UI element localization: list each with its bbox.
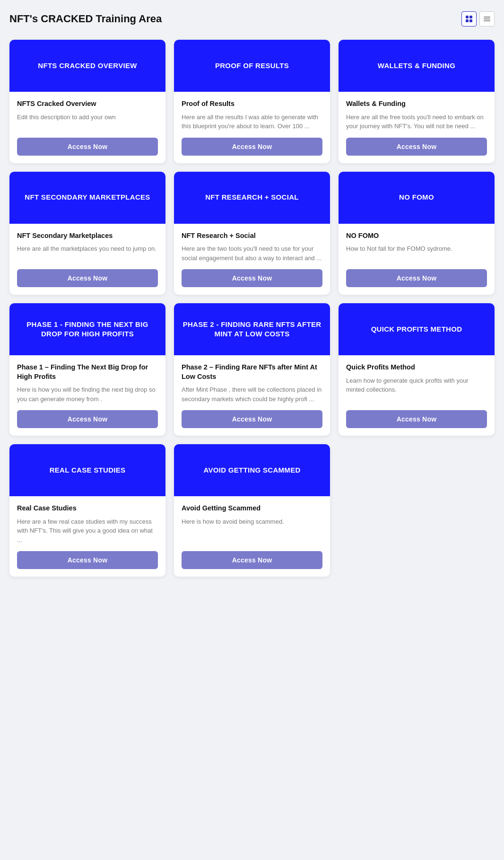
card-title-nfts-cracked-overview: NFTS Cracked Overview <box>17 99 158 109</box>
access-now-button-real-case-studies[interactable]: Access Now <box>17 551 158 569</box>
card-banner-nft-research-social: NFT RESEARCH + SOCIAL <box>174 172 330 224</box>
svg-rect-1 <box>469 16 472 18</box>
card-body-nfts-cracked-overview: NFTS Cracked Overview Edit this descript… <box>9 92 165 131</box>
access-now-button-avoid-getting-scammed[interactable]: Access Now <box>182 551 322 569</box>
access-now-button-no-fomo[interactable]: Access Now <box>346 269 487 287</box>
card-footer-nft-research-social: Access Now <box>174 263 330 295</box>
svg-rect-3 <box>469 19 472 22</box>
cards-grid: NFTS CRACKED OVERVIEW NFTS Cracked Overv… <box>9 40 495 577</box>
card-proof-of-results: PROOF OF RESULTS Proof of Results Here a… <box>174 40 330 163</box>
card-banner-quick-profits-method: QUICK PROFITS METHOD <box>339 303 495 355</box>
card-body-no-fomo: NO FOMO How to Not fall for the FOMO syd… <box>339 224 495 263</box>
card-title-no-fomo: NO FOMO <box>346 231 487 241</box>
card-body-nft-research-social: NFT Research + Social Here are the two t… <box>174 224 330 263</box>
card-nfts-cracked-overview: NFTS CRACKED OVERVIEW NFTS Cracked Overv… <box>9 40 165 163</box>
card-nft-research-social: NFT RESEARCH + SOCIAL NFT Research + Soc… <box>174 172 330 295</box>
svg-rect-4 <box>484 17 490 18</box>
card-footer-nft-secondary-marketplaces: Access Now <box>9 263 165 295</box>
access-now-button-quick-profits-method[interactable]: Access Now <box>346 410 487 428</box>
card-footer-wallets-funding: Access Now <box>339 131 495 163</box>
card-banner-phase-1: PHASE 1 - FINDING THE NEXT BIG DROP FOR … <box>9 303 165 355</box>
card-title-quick-profits-method: Quick Profits Method <box>346 363 487 372</box>
card-footer-phase-2: Access Now <box>174 404 330 436</box>
svg-rect-2 <box>466 19 469 22</box>
card-title-nft-secondary-marketplaces: NFT Secondary Marketplaces <box>17 231 158 241</box>
card-title-wallets-funding: Wallets & Funding <box>346 99 487 109</box>
access-now-button-nft-research-social[interactable]: Access Now <box>182 269 322 287</box>
header: NFT's CRACKED Training Area <box>9 11 495 26</box>
card-body-phase-2: Phase 2 – Finding Rare NFTs after Mint A… <box>174 355 330 404</box>
card-banner-proof-of-results: PROOF OF RESULTS <box>174 40 330 92</box>
card-desc-nft-research-social: Here are the two tools you'll need to us… <box>182 244 322 263</box>
card-banner-nft-secondary-marketplaces: NFT SECONDARY MARKETPLACES <box>9 172 165 224</box>
card-desc-no-fomo: How to Not fall for the FOMO sydrome. <box>346 244 487 254</box>
card-body-phase-1: Phase 1 – Finding The Next Big Drop for … <box>9 355 165 404</box>
card-no-fomo: NO FOMO NO FOMO How to Not fall for the … <box>339 172 495 295</box>
card-desc-nfts-cracked-overview: Edit this description to add your own <box>17 113 158 122</box>
card-banner-real-case-studies: REAL CASE STUDIES <box>9 444 165 496</box>
card-desc-avoid-getting-scammed: Here is how to avoid being scammed. <box>182 517 322 527</box>
card-title-real-case-studies: Real Case Studies <box>17 504 158 513</box>
card-body-nft-secondary-marketplaces: NFT Secondary Marketplaces Here are all … <box>9 224 165 263</box>
card-body-wallets-funding: Wallets & Funding Here are all the free … <box>339 92 495 131</box>
view-toggle <box>461 11 495 26</box>
access-now-button-proof-of-results[interactable]: Access Now <box>182 138 322 156</box>
access-now-button-phase-1[interactable]: Access Now <box>17 410 158 428</box>
card-footer-real-case-studies: Access Now <box>9 544 165 577</box>
card-desc-phase-2: After Mint Phase , there will be collect… <box>182 385 322 404</box>
card-footer-avoid-getting-scammed: Access Now <box>174 544 330 577</box>
card-title-avoid-getting-scammed: Avoid Getting Scammed <box>182 504 322 513</box>
access-now-button-nft-secondary-marketplaces[interactable]: Access Now <box>17 269 158 287</box>
card-title-proof-of-results: Proof of Results <box>182 99 322 109</box>
card-body-real-case-studies: Real Case Studies Here are a few real ca… <box>9 496 165 544</box>
card-body-avoid-getting-scammed: Avoid Getting Scammed Here is how to avo… <box>174 496 330 544</box>
page-wrapper: NFT's CRACKED Training Area NFTS <box>0 0 504 596</box>
page-title: NFT's CRACKED Training Area <box>9 13 162 25</box>
card-desc-phase-1: Here is how you will be finding the next… <box>17 385 158 404</box>
list-view-button[interactable] <box>479 11 495 26</box>
card-title-phase-2: Phase 2 – Finding Rare NFTs after Mint A… <box>182 363 322 381</box>
grid-view-button[interactable] <box>461 11 477 26</box>
card-avoid-getting-scammed: AVOID GETTING SCAMMED Avoid Getting Scam… <box>174 444 330 577</box>
card-desc-wallets-funding: Here are all the free tools you'll need … <box>346 113 487 131</box>
card-wallets-funding: WALLETS & FUNDING Wallets & Funding Here… <box>339 40 495 163</box>
card-real-case-studies: REAL CASE STUDIES Real Case Studies Here… <box>9 444 165 577</box>
grid-icon <box>465 15 473 23</box>
card-desc-quick-profits-method: Learn how to generate quick profits with… <box>346 376 487 395</box>
card-title-phase-1: Phase 1 – Finding The Next Big Drop for … <box>17 363 158 381</box>
card-desc-proof-of-results: Here are all the results I was able to g… <box>182 113 322 131</box>
card-body-proof-of-results: Proof of Results Here are all the result… <box>174 92 330 131</box>
card-quick-profits-method: QUICK PROFITS METHOD Quick Profits Metho… <box>339 303 495 436</box>
access-now-button-nfts-cracked-overview[interactable]: Access Now <box>17 138 158 156</box>
access-now-button-phase-2[interactable]: Access Now <box>182 410 322 428</box>
card-footer-nfts-cracked-overview: Access Now <box>9 131 165 163</box>
card-phase-1: PHASE 1 - FINDING THE NEXT BIG DROP FOR … <box>9 303 165 436</box>
access-now-button-wallets-funding[interactable]: Access Now <box>346 138 487 156</box>
card-footer-phase-1: Access Now <box>9 404 165 436</box>
card-desc-nft-secondary-marketplaces: Here are all the marketplaces you need t… <box>17 244 158 254</box>
list-icon <box>483 15 491 23</box>
card-desc-real-case-studies: Here are a few real case studies with my… <box>17 517 158 545</box>
card-footer-proof-of-results: Access Now <box>174 131 330 163</box>
svg-rect-0 <box>466 16 469 18</box>
svg-rect-5 <box>484 18 490 19</box>
card-title-nft-research-social: NFT Research + Social <box>182 231 322 241</box>
svg-rect-6 <box>484 20 490 21</box>
card-banner-wallets-funding: WALLETS & FUNDING <box>339 40 495 92</box>
card-nft-secondary-marketplaces: NFT SECONDARY MARKETPLACES NFT Secondary… <box>9 172 165 295</box>
card-banner-phase-2: PHASE 2 - FINDING RARE NFTS AFTER MINT A… <box>174 303 330 355</box>
card-banner-no-fomo: NO FOMO <box>339 172 495 224</box>
card-banner-nfts-cracked-overview: NFTS CRACKED OVERVIEW <box>9 40 165 92</box>
card-footer-quick-profits-method: Access Now <box>339 404 495 436</box>
card-phase-2: PHASE 2 - FINDING RARE NFTS AFTER MINT A… <box>174 303 330 436</box>
card-banner-avoid-getting-scammed: AVOID GETTING SCAMMED <box>174 444 330 496</box>
card-footer-no-fomo: Access Now <box>339 263 495 295</box>
card-body-quick-profits-method: Quick Profits Method Learn how to genera… <box>339 355 495 404</box>
